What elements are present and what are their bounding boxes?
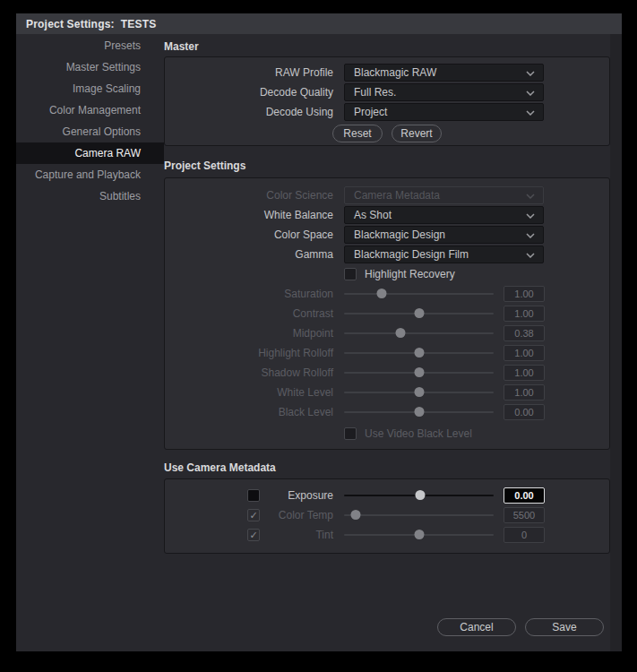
color-temp-label: Color Temp bbox=[260, 509, 333, 521]
slider-thumb bbox=[414, 308, 424, 318]
save-button[interactable]: Save bbox=[525, 618, 604, 636]
settings-sidebar: Presets Master Settings Image Scaling Co… bbox=[16, 34, 164, 651]
white-balance-dropdown[interactable]: As Shot bbox=[344, 206, 544, 224]
sidebar-item-subtitles[interactable]: Subtitles bbox=[16, 185, 164, 207]
exposure-label: Exposure bbox=[260, 489, 333, 502]
chevron-down-icon bbox=[526, 233, 535, 238]
color-science-label: Color Science bbox=[165, 189, 333, 202]
saturation-slider bbox=[344, 285, 494, 303]
white-level-slider bbox=[344, 383, 494, 401]
gamma-label: Gamma bbox=[165, 248, 333, 261]
highlight-rolloff-label: Highlight Rolloff bbox=[165, 347, 333, 359]
decode-quality-dropdown[interactable]: Full Res. bbox=[344, 83, 544, 101]
slider-thumb bbox=[414, 348, 424, 358]
raw-profile-dropdown[interactable]: Blackmagic RAW bbox=[344, 64, 544, 82]
color-space-dropdown[interactable]: Blackmagic Design bbox=[344, 226, 544, 244]
decode-using-dropdown[interactable]: Project bbox=[344, 103, 544, 121]
sidebar-item-capture-and-playback[interactable]: Capture and Playback bbox=[16, 164, 164, 185]
color-science-value: Camera Metadata bbox=[354, 189, 440, 202]
color-space-label: Color Space bbox=[165, 228, 333, 241]
shadow-rolloff-label: Shadow Rolloff bbox=[165, 366, 333, 379]
tint-value: 0 bbox=[504, 527, 545, 543]
decode-using-label: Decode Using bbox=[165, 106, 333, 118]
sidebar-item-image-scaling[interactable]: Image Scaling bbox=[16, 78, 164, 99]
color-space-value: Blackmagic Design bbox=[354, 228, 445, 241]
chevron-down-icon bbox=[526, 110, 535, 116]
slider-thumb bbox=[376, 289, 386, 298]
chevron-down-icon bbox=[526, 213, 535, 219]
color-temp-slider bbox=[344, 506, 494, 524]
tint-metadata-checkbox[interactable]: ✓ bbox=[247, 529, 260, 541]
midpoint-slider bbox=[344, 324, 494, 342]
master-section-title: Master bbox=[164, 39, 610, 54]
slider-thumb bbox=[414, 407, 424, 417]
contrast-label: Contrast bbox=[165, 307, 333, 320]
dialog-title: Project Settings: bbox=[26, 18, 115, 30]
slider-track bbox=[344, 514, 494, 516]
use-camera-metadata-groupbox: Exposure 0.00 ✓ Color Temp bbox=[164, 478, 610, 554]
slider-thumb bbox=[414, 530, 424, 539]
white-balance-label: White Balance bbox=[165, 209, 333, 221]
tint-label: Tint bbox=[260, 529, 333, 541]
cancel-button[interactable]: Cancel bbox=[437, 618, 516, 636]
chevron-down-icon bbox=[526, 71, 535, 76]
exposure-value-input[interactable]: 0.00 bbox=[504, 487, 545, 504]
gamma-value: Blackmagic Design Film bbox=[354, 248, 469, 261]
midpoint-value: 0.38 bbox=[504, 325, 545, 341]
shadow-rolloff-slider bbox=[344, 364, 494, 382]
exposure-slider[interactable] bbox=[344, 487, 494, 504]
white-level-label: White Level bbox=[165, 386, 333, 399]
black-level-label: Black Level bbox=[165, 406, 333, 418]
raw-profile-value: Blackmagic RAW bbox=[354, 66, 436, 79]
camera-raw-panel: Master RAW Profile Blackmagic RAW Decode… bbox=[164, 34, 610, 651]
decode-using-value: Project bbox=[354, 106, 387, 118]
saturation-value: 1.00 bbox=[504, 286, 545, 302]
black-level-value: 0.00 bbox=[504, 404, 545, 420]
sidebar-item-master-settings[interactable]: Master Settings bbox=[16, 56, 164, 78]
project-settings-dialog: Project Settings: TESTS Presets Master S… bbox=[16, 13, 622, 651]
chevron-down-icon bbox=[526, 90, 535, 96]
exposure-metadata-checkbox[interactable] bbox=[247, 489, 260, 502]
sidebar-item-camera-raw[interactable]: Camera RAW bbox=[16, 142, 164, 164]
raw-profile-label: RAW Profile bbox=[165, 66, 333, 79]
highlight-rolloff-slider bbox=[344, 344, 494, 362]
tint-slider bbox=[344, 526, 494, 544]
sidebar-item-color-management[interactable]: Color Management bbox=[16, 99, 164, 121]
black-level-slider bbox=[344, 403, 494, 421]
decode-quality-label: Decode Quality bbox=[165, 86, 333, 99]
slider-track bbox=[344, 293, 494, 295]
slider-thumb[interactable] bbox=[416, 490, 426, 500]
gamma-dropdown[interactable]: Blackmagic Design Film bbox=[344, 246, 544, 263]
revert-button[interactable]: Revert bbox=[392, 125, 442, 142]
chevron-down-icon bbox=[526, 253, 535, 258]
decode-quality-value: Full Res. bbox=[354, 86, 396, 99]
master-groupbox: RAW Profile Blackmagic RAW Decode Qualit… bbox=[164, 56, 610, 146]
slider-thumb bbox=[414, 367, 424, 377]
dialog-titlebar: Project Settings: TESTS bbox=[16, 13, 622, 34]
checkmark-icon: ✓ bbox=[249, 530, 257, 540]
project-settings-section-title: Project Settings bbox=[164, 159, 610, 173]
chevron-down-icon bbox=[526, 194, 535, 199]
scrollbar[interactable] bbox=[610, 34, 622, 651]
slider-track bbox=[344, 332, 494, 334]
contrast-slider bbox=[344, 305, 494, 323]
color-science-dropdown: Camera Metadata bbox=[344, 186, 544, 204]
checkmark-icon: ✓ bbox=[249, 511, 257, 521]
project-settings-groupbox: Color Science Camera Metadata White Bala… bbox=[164, 177, 610, 450]
use-video-black-level-checkbox bbox=[344, 427, 357, 440]
sidebar-item-general-options[interactable]: General Options bbox=[16, 121, 164, 142]
midpoint-label: Midpoint bbox=[165, 327, 333, 340]
contrast-value: 1.00 bbox=[504, 306, 545, 322]
shadow-rolloff-value: 1.00 bbox=[504, 365, 545, 381]
slider-thumb bbox=[351, 510, 361, 520]
highlight-recovery-label: Highlight Recovery bbox=[365, 268, 455, 280]
color-temp-value: 5500 bbox=[504, 507, 545, 523]
highlight-recovery-checkbox[interactable] bbox=[344, 268, 357, 280]
saturation-label: Saturation bbox=[165, 288, 333, 300]
color-temp-metadata-checkbox[interactable]: ✓ bbox=[247, 509, 260, 521]
sidebar-item-presets[interactable]: Presets bbox=[16, 35, 164, 56]
use-camera-metadata-section-title: Use Camera Metadata bbox=[164, 461, 610, 475]
white-balance-value: As Shot bbox=[354, 209, 392, 221]
reset-button[interactable]: Reset bbox=[332, 125, 383, 142]
project-name: TESTS bbox=[121, 18, 157, 30]
